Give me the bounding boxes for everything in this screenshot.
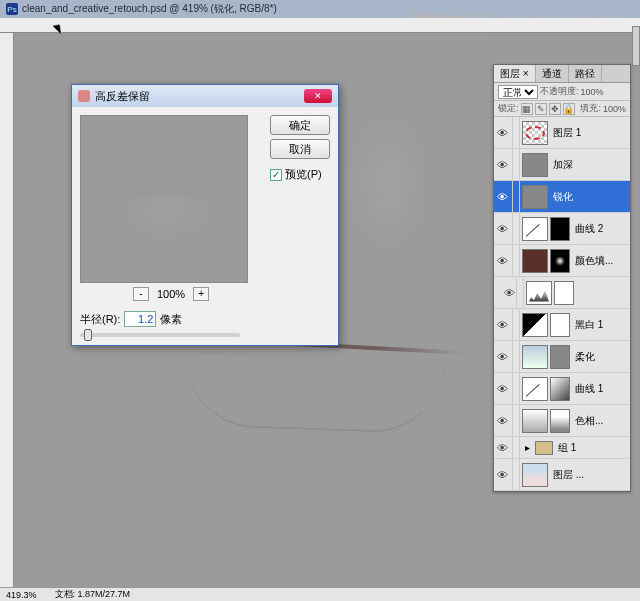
layers-panel: 图层 × 通道 路径 正常 不透明度: 100% 锁定: ▦ ✎ ✥ 🔒 填充:…	[493, 64, 631, 492]
layer-link-col	[512, 309, 520, 340]
layer-link-col	[512, 459, 520, 490]
dialog-titlebar[interactable]: 高反差保留 ✕	[72, 85, 338, 107]
layer-link-col	[512, 181, 520, 212]
lock-position-icon[interactable]: ✥	[549, 103, 561, 115]
layer-thumbnail[interactable]	[522, 185, 548, 209]
visibility-eye-icon[interactable]: 👁	[504, 287, 514, 299]
dialog-sys-icon	[78, 90, 90, 102]
radius-slider[interactable]	[80, 333, 240, 337]
layer-name[interactable]: 加深	[550, 158, 628, 172]
preview-checkbox[interactable]: ✓	[270, 169, 282, 181]
layer-mask-thumbnail[interactable]	[550, 345, 570, 369]
visibility-eye-icon[interactable]: 👁	[494, 127, 510, 139]
right-toolstrip[interactable]	[632, 26, 640, 66]
layer-name[interactable]: 颜色填...	[572, 254, 628, 268]
radius-label: 半径(R):	[80, 312, 120, 327]
visibility-eye-icon[interactable]: 👁	[494, 351, 510, 363]
zoom-in-button[interactable]: +	[193, 287, 209, 301]
layer-thumbnail[interactable]	[522, 217, 548, 241]
layer-thumbnail[interactable]	[522, 313, 548, 337]
layer-row[interactable]: 👁颜色填...	[494, 245, 630, 277]
layer-row[interactable]: 👁图层 1	[494, 117, 630, 149]
group-toggle-icon[interactable]: ▸	[522, 442, 533, 453]
layer-thumbnail[interactable]	[522, 153, 548, 177]
layer-name[interactable]: 色相...	[572, 414, 628, 428]
layer-row[interactable]: 👁▸组 1	[494, 437, 630, 459]
tab-channels[interactable]: 通道	[536, 65, 569, 82]
layer-mask-thumbnail[interactable]	[550, 313, 570, 337]
visibility-eye-icon[interactable]: 👁	[494, 319, 510, 331]
layer-thumbnail[interactable]	[522, 409, 548, 433]
lock-label: 锁定:	[498, 102, 519, 115]
fill-value[interactable]: 100%	[603, 104, 626, 114]
layer-row[interactable]: 👁图层 ...	[494, 459, 630, 491]
layer-row[interactable]: 👁柔化	[494, 341, 630, 373]
high-pass-dialog: 高反差保留 ✕ - 100% + 半径(R): 像素 确定 取消 ✓ 预览(P)	[71, 84, 339, 346]
preview-checkbox-label: 预览(P)	[285, 167, 322, 182]
layer-thumbnail[interactable]	[522, 249, 548, 273]
tab-paths[interactable]: 路径	[569, 65, 602, 82]
layer-name[interactable]: 图层 1	[550, 126, 628, 140]
dialog-preview[interactable]	[80, 115, 248, 283]
layer-name[interactable]: 组 1	[555, 441, 628, 455]
layer-row[interactable]: 👁加深	[494, 149, 630, 181]
ps-app-icon: Ps	[6, 3, 18, 15]
close-icon[interactable]: ✕	[304, 89, 332, 103]
zoom-out-button[interactable]: -	[133, 287, 149, 301]
visibility-eye-icon[interactable]: 👁	[494, 191, 510, 203]
layer-row[interactable]: 👁曲线 2	[494, 213, 630, 245]
layer-mask-thumbnail[interactable]	[550, 217, 570, 241]
layer-name[interactable]: 黑白 1	[572, 318, 628, 332]
lock-all-icon[interactable]: 🔒	[563, 103, 575, 115]
layer-row[interactable]: 👁色相...	[494, 405, 630, 437]
layer-row[interactable]: 👁	[494, 277, 630, 309]
blend-mode-select[interactable]: 正常	[498, 85, 538, 99]
layer-link-col	[512, 213, 520, 244]
visibility-eye-icon[interactable]: 👁	[494, 469, 510, 481]
ruler-horizontal[interactable]	[0, 18, 640, 33]
layer-link-col	[512, 117, 520, 148]
layer-link-col	[512, 245, 520, 276]
visibility-eye-icon[interactable]: 👁	[494, 255, 510, 267]
layer-link-col	[516, 277, 524, 308]
layer-name[interactable]: 柔化	[572, 350, 628, 364]
visibility-eye-icon[interactable]: 👁	[494, 383, 510, 395]
radius-input[interactable]	[124, 311, 156, 327]
ruler-vertical[interactable]	[0, 33, 14, 589]
slider-thumb[interactable]	[84, 329, 92, 341]
visibility-eye-icon[interactable]: 👁	[494, 415, 510, 427]
layer-thumbnail[interactable]	[522, 463, 548, 487]
layer-row[interactable]: 👁曲线 1	[494, 373, 630, 405]
cancel-button[interactable]: 取消	[270, 139, 330, 159]
layer-row[interactable]: 👁锐化	[494, 181, 630, 213]
status-zoom[interactable]: 419.3%	[6, 590, 37, 600]
visibility-eye-icon[interactable]: 👁	[494, 223, 510, 235]
layer-name[interactable]: 曲线 2	[572, 222, 628, 236]
opacity-value[interactable]: 100%	[581, 87, 609, 97]
layer-list: 👁图层 1👁加深👁锐化👁曲线 2👁颜色填...👁👁黑白 1👁柔化👁曲线 1👁色相…	[494, 117, 630, 491]
layer-name[interactable]: 曲线 1	[572, 382, 628, 396]
lock-pixels-icon[interactable]: ✎	[535, 103, 547, 115]
layer-link-col	[512, 373, 520, 404]
layer-thumbnail[interactable]	[522, 345, 548, 369]
layer-thumbnail[interactable]	[522, 121, 548, 145]
layer-mask-thumbnail[interactable]	[550, 249, 570, 273]
layer-mask-thumbnail[interactable]	[550, 377, 570, 401]
document-title: clean_and_creative_retouch.psd @ 419% (锐…	[22, 2, 277, 16]
layer-name[interactable]: 图层 ...	[550, 468, 628, 482]
statusbar: 419.3% 文档: 1.87M/27.7M	[0, 587, 640, 601]
layer-row[interactable]: 👁黑白 1	[494, 309, 630, 341]
folder-icon	[535, 441, 553, 455]
layer-mask-thumbnail[interactable]	[554, 281, 574, 305]
layer-thumbnail[interactable]	[522, 377, 548, 401]
tab-layers[interactable]: 图层 ×	[494, 65, 536, 82]
lock-transparency-icon[interactable]: ▦	[521, 103, 533, 115]
layer-link-col	[512, 437, 520, 458]
layer-name[interactable]: 锐化	[550, 190, 628, 204]
visibility-eye-icon[interactable]: 👁	[494, 442, 510, 454]
visibility-eye-icon[interactable]: 👁	[494, 159, 510, 171]
layer-thumbnail[interactable]	[526, 281, 552, 305]
layer-mask-thumbnail[interactable]	[550, 409, 570, 433]
fill-label: 填充:	[580, 102, 601, 115]
ok-button[interactable]: 确定	[270, 115, 330, 135]
